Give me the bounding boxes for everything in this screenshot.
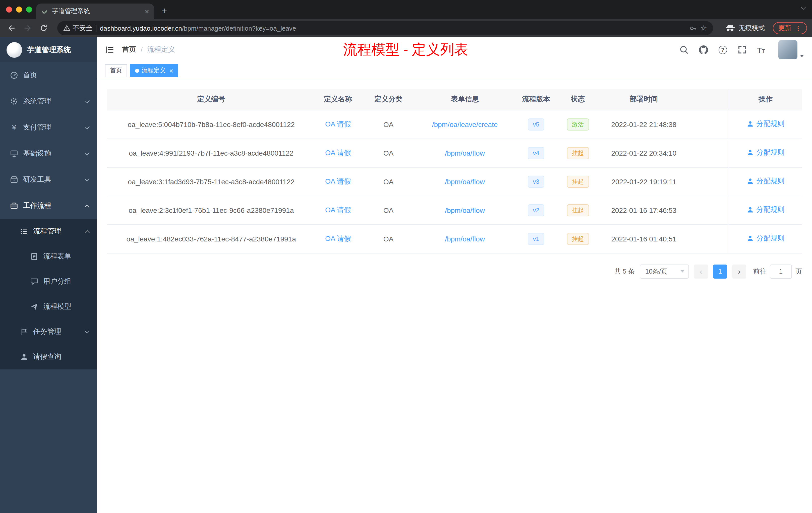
sidebar-item-process-management[interactable]: 流程管理 bbox=[0, 219, 97, 244]
sidebar-item-home[interactable]: 首页 bbox=[0, 62, 97, 88]
github-icon[interactable] bbox=[699, 45, 708, 54]
definition-name-link[interactable]: OA 请假 bbox=[325, 148, 351, 156]
sidebar-item-infrastructure[interactable]: 基础设施 bbox=[0, 141, 97, 167]
chevron-up-icon bbox=[85, 204, 90, 209]
window-minimize-button[interactable] bbox=[16, 6, 22, 12]
form-link[interactable]: /bpm/oa/flow bbox=[445, 235, 485, 243]
fullscreen-icon[interactable] bbox=[737, 45, 747, 54]
main-area: 首页 / 流程定义 流程模型 - 定义列表 ? TT bbox=[97, 37, 812, 513]
assign-rule-button[interactable]: 分配规则 bbox=[747, 234, 784, 243]
sidebar-item-payment[interactable]: ¥ 支付管理 bbox=[0, 115, 97, 141]
col-spacer bbox=[691, 89, 729, 110]
prev-page-button[interactable]: ‹ bbox=[694, 264, 708, 278]
bookmark-star-icon[interactable]: ☆ bbox=[700, 24, 707, 33]
sidebar-item-system[interactable]: 系统管理 bbox=[0, 88, 97, 115]
cell-category: OA bbox=[360, 196, 416, 224]
browser-tabstrip: 芋道管理系统 × + bbox=[0, 0, 812, 19]
goto-label: 前往 bbox=[753, 267, 766, 276]
chevron-down-icon bbox=[85, 176, 90, 181]
breadcrumb-separator: / bbox=[141, 46, 143, 54]
sidebar-item-task-management[interactable]: 任务管理 bbox=[0, 319, 97, 344]
window-maximize-button[interactable] bbox=[26, 6, 32, 12]
status-badge: 挂起 bbox=[567, 233, 589, 245]
col-process-version: 流程版本 bbox=[514, 89, 559, 110]
tag-process-definition[interactable]: 流程定义 × bbox=[130, 64, 178, 77]
sidebar-item-process-model[interactable]: 流程模型 bbox=[0, 294, 97, 319]
assign-rule-button[interactable]: 分配规则 bbox=[747, 177, 784, 186]
sidebar-item-label: 首页 bbox=[23, 71, 37, 80]
table-row: oa_leave:5:004b710b-7b8a-11ec-8ef0-acde4… bbox=[107, 110, 802, 139]
help-icon[interactable]: ? bbox=[718, 46, 727, 54]
sidebar-toggle-button[interactable] bbox=[105, 45, 114, 54]
sidebar-item-process-form[interactable]: 流程表单 bbox=[0, 244, 97, 269]
assign-rule-button[interactable]: 分配规则 bbox=[747, 119, 784, 128]
definition-name-link[interactable]: OA 请假 bbox=[325, 206, 351, 214]
form-link[interactable]: /bpm/oa/flow bbox=[445, 206, 485, 214]
tab-favicon bbox=[41, 8, 48, 15]
password-key-icon[interactable] bbox=[689, 24, 697, 32]
site-security[interactable]: 不安全 bbox=[63, 24, 92, 33]
tags-view: 首页 流程定义 × bbox=[97, 62, 812, 79]
form-link[interactable]: /bpm/oa/flow bbox=[445, 177, 485, 185]
tag-close-icon[interactable]: × bbox=[169, 67, 173, 74]
font-size-icon[interactable]: TT bbox=[757, 46, 765, 54]
sidebar-logo[interactable]: 芋道管理系统 bbox=[0, 37, 97, 62]
person-icon bbox=[747, 178, 754, 185]
definition-name-link[interactable]: OA 请假 bbox=[325, 234, 351, 242]
browser-menu-icon[interactable]: ⋮ bbox=[795, 24, 802, 32]
browser-tab[interactable]: 芋道管理系统 × bbox=[36, 3, 154, 19]
assign-rule-button[interactable]: 分配规则 bbox=[747, 148, 784, 157]
goto-page-input[interactable] bbox=[770, 264, 792, 278]
status-badge: 挂起 bbox=[567, 147, 589, 159]
next-page-button[interactable]: › bbox=[732, 264, 746, 278]
goto-page: 前往 页 bbox=[753, 264, 802, 278]
form-link[interactable]: /bpm/oa/leave/create bbox=[432, 120, 498, 128]
search-icon[interactable] bbox=[679, 45, 688, 54]
cell-deploy-time: 2022-01-16 17:46:53 bbox=[597, 196, 691, 224]
col-deploy-time: 部署时间 bbox=[597, 89, 691, 110]
sidebar-item-workflow[interactable]: 工作流程 bbox=[0, 193, 97, 219]
breadcrumb-home[interactable]: 首页 bbox=[122, 45, 136, 54]
page-size-select[interactable]: 10条/页 bbox=[640, 264, 689, 278]
user-menu[interactable] bbox=[778, 40, 804, 59]
sidebar-item-label: 基础设施 bbox=[23, 149, 51, 158]
definition-name-link[interactable]: OA 请假 bbox=[325, 120, 351, 128]
monitor-icon bbox=[10, 150, 18, 158]
flag-icon bbox=[20, 328, 28, 336]
chevron-up-icon bbox=[85, 230, 90, 235]
cell-definition-id: oa_leave:2:3c1f0ef1-76b1-11ec-9c66-a2380… bbox=[107, 196, 315, 224]
form-link[interactable]: /bpm/oa/flow bbox=[445, 149, 485, 157]
browser-update-button[interactable]: 更新 ⋮ bbox=[773, 22, 807, 34]
omnibox-divider bbox=[96, 25, 96, 32]
tab-close-icon[interactable]: × bbox=[145, 7, 149, 15]
tag-home[interactable]: 首页 bbox=[105, 64, 127, 77]
window-close-button[interactable] bbox=[6, 6, 12, 12]
col-actions: 操作 bbox=[729, 89, 802, 110]
sidebar-item-label: 系统管理 bbox=[23, 97, 51, 106]
forward-button[interactable] bbox=[21, 22, 34, 35]
incognito-badge: 无痕模式 bbox=[725, 24, 765, 33]
address-bar[interactable]: 不安全 dashboard.yudao.iocoder.cn/bpm/manag… bbox=[57, 21, 713, 35]
sidebar-item-label: 流程管理 bbox=[33, 227, 61, 236]
col-status: 状态 bbox=[559, 89, 597, 110]
sidebar-item-user-group[interactable]: 用户分组 bbox=[0, 269, 97, 294]
warning-icon bbox=[63, 25, 70, 32]
col-form-info: 表单信息 bbox=[416, 89, 514, 110]
back-button[interactable] bbox=[5, 22, 18, 35]
col-definition-category: 定义分类 bbox=[360, 89, 416, 110]
reload-button[interactable] bbox=[37, 22, 50, 35]
version-badge: v4 bbox=[528, 147, 544, 159]
chevron-down-icon[interactable] bbox=[801, 5, 806, 10]
sidebar-item-leave-query[interactable]: 请假查询 bbox=[0, 344, 97, 369]
url-text: dashboard.yudao.iocoder.cn/bpm/manager/d… bbox=[100, 24, 686, 32]
version-badge: v5 bbox=[528, 118, 544, 130]
sidebar-item-devtools[interactable]: 研发工具 bbox=[0, 167, 97, 193]
assign-rule-button[interactable]: 分配规则 bbox=[747, 205, 784, 214]
back-icon bbox=[7, 24, 16, 32]
cell-deploy-time: 2022-01-22 19:19:11 bbox=[597, 167, 691, 196]
cell-category: OA bbox=[360, 110, 416, 139]
definition-name-link[interactable]: OA 请假 bbox=[325, 177, 351, 185]
page-number-button[interactable]: 1 bbox=[713, 264, 727, 278]
new-tab-button[interactable]: + bbox=[157, 4, 171, 18]
cell-category: OA bbox=[360, 167, 416, 196]
